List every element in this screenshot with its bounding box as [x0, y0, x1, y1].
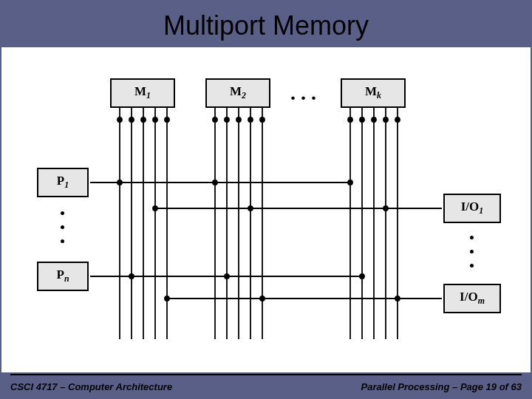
- svg-point-27: [372, 117, 376, 122]
- svg-point-7: [141, 117, 146, 122]
- svg-point-9: [165, 117, 169, 122]
- footer-left: CSCI 4717 – Computer Architecture: [10, 381, 172, 392]
- svg-point-32: [213, 180, 217, 185]
- svg-point-29: [395, 117, 400, 122]
- svg-point-39: [153, 206, 157, 211]
- diagram-area: M1 M2 . . . Mk P1 Pn I/O1 I/Om: [1, 47, 531, 372]
- svg-point-16: [225, 117, 229, 122]
- svg-point-18: [248, 117, 253, 122]
- footer: CSCI 4717 – Computer Architecture Parall…: [0, 374, 532, 399]
- svg-point-26: [360, 117, 364, 122]
- svg-point-41: [383, 206, 388, 211]
- svg-point-5: [117, 117, 122, 122]
- slide-title: Multiport Memory: [0, 0, 532, 41]
- svg-point-40: [248, 206, 253, 211]
- svg-point-19: [260, 117, 265, 122]
- svg-point-33: [348, 180, 352, 185]
- svg-point-35: [129, 274, 134, 279]
- svg-point-37: [360, 274, 364, 279]
- svg-point-28: [383, 117, 388, 122]
- svg-point-15: [213, 117, 217, 122]
- svg-point-8: [153, 117, 157, 122]
- svg-point-25: [348, 117, 352, 122]
- svg-point-6: [129, 117, 134, 122]
- svg-point-43: [165, 296, 169, 301]
- svg-point-17: [236, 117, 241, 122]
- svg-point-31: [117, 180, 122, 185]
- footer-right: Parallel Processing – Page 19 of 63: [361, 381, 522, 392]
- svg-point-45: [395, 296, 400, 301]
- svg-point-44: [260, 296, 265, 301]
- svg-point-36: [225, 274, 229, 279]
- wiring-svg: [1, 47, 531, 372]
